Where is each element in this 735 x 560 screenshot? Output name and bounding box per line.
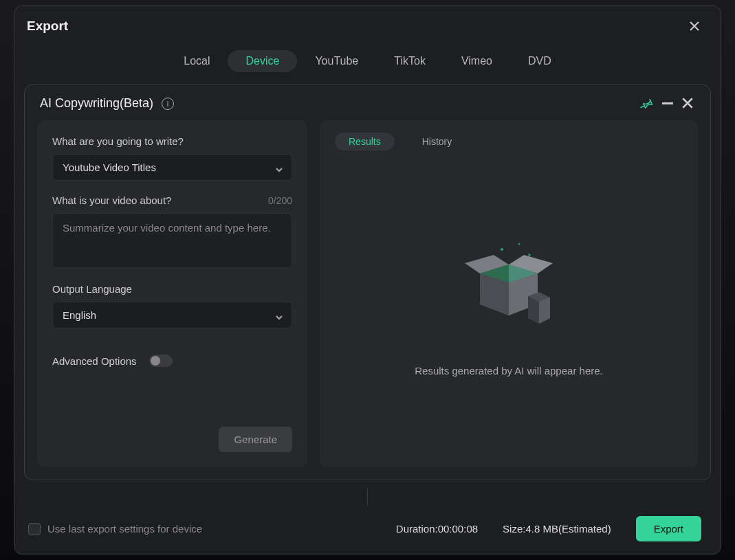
- tab-device[interactable]: Device: [228, 50, 297, 72]
- generate-button[interactable]: Generate: [219, 427, 292, 452]
- svg-point-2: [528, 254, 531, 256]
- ai-body: What are you going to write? Youtube Vid…: [25, 120, 710, 480]
- about-counter: 0/200: [268, 195, 292, 206]
- prompt-type-value: Youtube Video Titles: [63, 161, 156, 173]
- advanced-options-row: Advanced Options: [52, 355, 292, 367]
- duration-value: 00:00:08: [438, 523, 478, 535]
- open-box-icon: [454, 236, 564, 346]
- size-label: Size:: [503, 523, 525, 535]
- use-last-settings-label: Use last export settings for device: [47, 523, 202, 535]
- advanced-options-label: Advanced Options: [52, 355, 137, 367]
- results-tab[interactable]: Results: [335, 133, 395, 150]
- duration-label: Duration:: [396, 523, 438, 535]
- svg-marker-14: [539, 298, 550, 324]
- minimize-icon[interactable]: [662, 102, 673, 104]
- prompt-type-label: What are you going to write?: [52, 135, 292, 147]
- use-last-settings-checkbox[interactable]: [28, 523, 41, 535]
- tab-dvd[interactable]: DVD: [510, 50, 569, 72]
- tab-vimeo[interactable]: Vimeo: [443, 50, 510, 72]
- lang-label: Output Language: [52, 283, 292, 295]
- ai-panel-title: AI Copywriting(Beta): [40, 96, 153, 111]
- about-label: What is your video about?: [52, 194, 171, 206]
- export-tabs: Local Device YouTube TikTok Vimeo DVD: [14, 50, 721, 72]
- size-meta: Size:4.8 MB(Estimated): [503, 523, 611, 535]
- info-icon[interactable]: i: [162, 98, 174, 110]
- chevron-down-icon: [275, 312, 282, 319]
- ai-input-card: What are you going to write? Youtube Vid…: [37, 120, 307, 467]
- svg-point-1: [518, 243, 520, 245]
- size-value: 4.8 MB(Estimated): [525, 523, 611, 535]
- lang-select[interactable]: English: [52, 302, 292, 328]
- close-icon[interactable]: [688, 19, 701, 33]
- empty-state: Results generated by AI will appear here…: [335, 157, 683, 455]
- export-modal: Export Local Device YouTube TikTok Vimeo…: [14, 5, 721, 555]
- advanced-options-toggle[interactable]: [149, 355, 173, 367]
- pin-icon[interactable]: [640, 97, 654, 111]
- tab-tiktok[interactable]: TikTok: [376, 50, 443, 72]
- history-tab[interactable]: History: [408, 133, 466, 150]
- chevron-down-icon: [275, 164, 282, 171]
- duration-meta: Duration:00:00:08: [396, 523, 478, 535]
- prompt-type-select[interactable]: Youtube Video Titles: [52, 154, 292, 181]
- tab-youtube[interactable]: YouTube: [297, 50, 376, 72]
- ai-copywriting-panel: AI Copywriting(Beta) i What are you goin…: [24, 85, 711, 480]
- ai-close-icon[interactable]: [681, 97, 695, 111]
- empty-state-text: Results generated by AI will appear here…: [415, 365, 603, 377]
- lang-value: English: [63, 309, 96, 321]
- export-footer: Use last export settings for device Dura…: [14, 504, 721, 554]
- tab-local[interactable]: Local: [166, 50, 228, 72]
- about-textarea[interactable]: [52, 213, 292, 268]
- ai-results-card: Results History: [320, 120, 698, 467]
- about-label-row: What is your video about? 0/200: [52, 194, 292, 206]
- export-title: Export: [27, 19, 68, 34]
- divider: [367, 487, 368, 505]
- result-tabs: Results History: [335, 133, 683, 150]
- export-button[interactable]: Export: [636, 516, 701, 541]
- ai-panel-header: AI Copywriting(Beta) i: [25, 85, 710, 120]
- svg-point-0: [501, 248, 503, 251]
- export-header: Export: [14, 6, 721, 41]
